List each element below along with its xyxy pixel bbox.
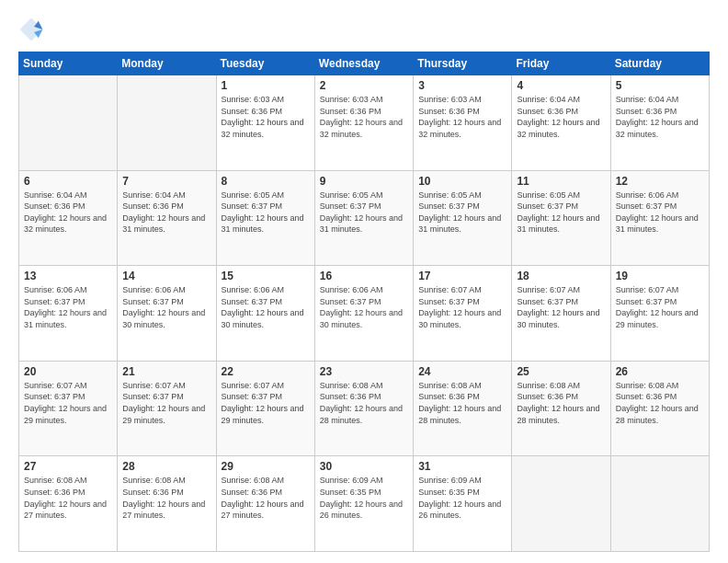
calendar-cell: 23Sunrise: 6:08 AM Sunset: 6:36 PM Dayli… [314,361,413,456]
day-number: 13 [24,270,112,282]
calendar-cell: 25Sunrise: 6:08 AM Sunset: 6:36 PM Dayli… [512,361,610,456]
svg-marker-0 [20,18,43,41]
calendar-cell: 19Sunrise: 6:07 AM Sunset: 6:37 PM Dayli… [610,266,709,362]
day-header-wednesday: Wednesday [314,52,413,75]
calendar-cell: 2Sunrise: 6:03 AM Sunset: 6:36 PM Daylig… [314,75,413,171]
day-number: 1 [222,79,310,92]
day-info: Sunrise: 6:04 AM Sunset: 6:36 PM Dayligh… [24,190,112,236]
calendar-cell: 10Sunrise: 6:05 AM Sunset: 6:37 PM Dayli… [414,170,512,266]
calendar-cell: 22Sunrise: 6:07 AM Sunset: 6:37 PM Dayli… [216,361,314,456]
day-number: 31 [418,460,506,473]
calendar-cell: 27Sunrise: 6:08 AM Sunset: 6:36 PM Dayli… [19,456,118,552]
day-info: Sunrise: 6:03 AM Sunset: 6:36 PM Dayligh… [222,94,310,140]
day-info: Sunrise: 6:05 AM Sunset: 6:37 PM Dayligh… [222,190,310,236]
calendar-cell: 6Sunrise: 6:04 AM Sunset: 6:36 PM Daylig… [19,170,118,266]
calendar-cell: 11Sunrise: 6:05 AM Sunset: 6:37 PM Dayli… [512,170,610,266]
calendar-cell: 4Sunrise: 6:04 AM Sunset: 6:36 PM Daylig… [512,75,610,171]
week-row-4: 27Sunrise: 6:08 AM Sunset: 6:36 PM Dayli… [19,456,710,552]
day-info: Sunrise: 6:08 AM Sunset: 6:36 PM Dayligh… [418,380,506,426]
day-info: Sunrise: 6:08 AM Sunset: 6:36 PM Dayligh… [24,475,112,521]
day-info: Sunrise: 6:07 AM Sunset: 6:37 PM Dayligh… [418,284,506,330]
day-info: Sunrise: 6:08 AM Sunset: 6:36 PM Dayligh… [616,380,704,426]
day-info: Sunrise: 6:06 AM Sunset: 6:37 PM Dayligh… [122,284,210,330]
calendar-cell: 13Sunrise: 6:06 AM Sunset: 6:37 PM Dayli… [19,266,118,362]
day-number: 12 [616,175,704,188]
calendar-cell [19,75,118,171]
day-header-monday: Monday [118,52,216,75]
day-number: 19 [616,270,704,282]
day-info: Sunrise: 6:04 AM Sunset: 6:36 PM Dayligh… [122,190,210,236]
day-info: Sunrise: 6:08 AM Sunset: 6:36 PM Dayligh… [222,475,310,521]
calendar-cell: 15Sunrise: 6:06 AM Sunset: 6:37 PM Dayli… [216,266,314,362]
calendar-cell: 8Sunrise: 6:05 AM Sunset: 6:37 PM Daylig… [216,170,314,266]
calendar-cell: 7Sunrise: 6:04 AM Sunset: 6:36 PM Daylig… [118,170,216,266]
day-header-saturday: Saturday [610,52,709,75]
calendar-cell [610,456,709,552]
calendar-cell: 17Sunrise: 6:07 AM Sunset: 6:37 PM Dayli… [414,266,512,362]
calendar-cell: 21Sunrise: 6:07 AM Sunset: 6:37 PM Dayli… [118,361,216,456]
day-info: Sunrise: 6:03 AM Sunset: 6:36 PM Dayligh… [320,94,408,140]
day-number: 5 [616,79,704,92]
calendar-cell: 28Sunrise: 6:08 AM Sunset: 6:36 PM Dayli… [118,456,216,552]
day-number: 25 [517,365,605,378]
day-info: Sunrise: 6:06 AM Sunset: 6:37 PM Dayligh… [616,190,704,236]
day-number: 30 [320,460,408,473]
week-row-2: 13Sunrise: 6:06 AM Sunset: 6:37 PM Dayli… [19,266,710,362]
day-info: Sunrise: 6:05 AM Sunset: 6:37 PM Dayligh… [320,190,408,236]
calendar-body: 1Sunrise: 6:03 AM Sunset: 6:36 PM Daylig… [19,75,710,552]
day-number: 21 [122,365,210,378]
day-number: 14 [122,270,210,282]
calendar-header: SundayMondayTuesdayWednesdayThursdayFrid… [19,52,710,75]
day-info: Sunrise: 6:07 AM Sunset: 6:37 PM Dayligh… [517,284,605,330]
day-info: Sunrise: 6:05 AM Sunset: 6:37 PM Dayligh… [418,190,506,236]
day-info: Sunrise: 6:06 AM Sunset: 6:37 PM Dayligh… [320,284,408,330]
day-info: Sunrise: 6:07 AM Sunset: 6:37 PM Dayligh… [122,380,210,426]
day-info: Sunrise: 6:04 AM Sunset: 6:36 PM Dayligh… [616,94,704,140]
day-number: 17 [418,270,506,282]
calendar-cell: 30Sunrise: 6:09 AM Sunset: 6:35 PM Dayli… [314,456,413,552]
logo [18,17,46,42]
day-number: 6 [24,175,112,188]
day-number: 20 [24,365,112,378]
calendar-cell: 12Sunrise: 6:06 AM Sunset: 6:37 PM Dayli… [610,170,709,266]
day-header-friday: Friday [512,52,610,75]
day-number: 18 [517,270,605,282]
day-header-tuesday: Tuesday [216,52,314,75]
calendar-cell: 29Sunrise: 6:08 AM Sunset: 6:36 PM Dayli… [216,456,314,552]
day-info: Sunrise: 6:07 AM Sunset: 6:37 PM Dayligh… [24,380,112,426]
calendar-cell: 20Sunrise: 6:07 AM Sunset: 6:37 PM Dayli… [19,361,118,456]
calendar-cell: 24Sunrise: 6:08 AM Sunset: 6:36 PM Dayli… [414,361,512,456]
day-number: 9 [320,175,408,188]
day-info: Sunrise: 6:05 AM Sunset: 6:37 PM Dayligh… [517,190,605,236]
page: SundayMondayTuesdayWednesdayThursdayFrid… [0,0,728,563]
day-number: 3 [418,79,506,92]
calendar-cell: 31Sunrise: 6:09 AM Sunset: 6:35 PM Dayli… [414,456,512,552]
calendar-cell: 3Sunrise: 6:03 AM Sunset: 6:36 PM Daylig… [414,75,512,171]
day-info: Sunrise: 6:09 AM Sunset: 6:35 PM Dayligh… [320,475,408,521]
day-info: Sunrise: 6:09 AM Sunset: 6:35 PM Dayligh… [418,475,506,521]
day-info: Sunrise: 6:07 AM Sunset: 6:37 PM Dayligh… [616,284,704,330]
day-info: Sunrise: 6:08 AM Sunset: 6:36 PM Dayligh… [320,380,408,426]
day-number: 8 [222,175,310,188]
day-info: Sunrise: 6:08 AM Sunset: 6:36 PM Dayligh… [122,475,210,521]
day-number: 26 [616,365,704,378]
day-number: 4 [517,79,605,92]
calendar-table: SundayMondayTuesdayWednesdayThursdayFrid… [18,52,710,552]
calendar-cell: 5Sunrise: 6:04 AM Sunset: 6:36 PM Daylig… [610,75,709,171]
calendar-cell: 26Sunrise: 6:08 AM Sunset: 6:36 PM Dayli… [610,361,709,456]
calendar-cell: 18Sunrise: 6:07 AM Sunset: 6:37 PM Dayli… [512,266,610,362]
header-row: SundayMondayTuesdayWednesdayThursdayFrid… [19,52,710,75]
day-number: 23 [320,365,408,378]
week-row-1: 6Sunrise: 6:04 AM Sunset: 6:36 PM Daylig… [19,170,710,266]
day-number: 22 [222,365,310,378]
calendar-cell: 1Sunrise: 6:03 AM Sunset: 6:36 PM Daylig… [216,75,314,171]
header [18,17,710,42]
day-number: 24 [418,365,506,378]
day-info: Sunrise: 6:07 AM Sunset: 6:37 PM Dayligh… [222,380,310,426]
calendar-cell: 14Sunrise: 6:06 AM Sunset: 6:37 PM Dayli… [118,266,216,362]
calendar-cell: 16Sunrise: 6:06 AM Sunset: 6:37 PM Dayli… [314,266,413,362]
day-number: 29 [222,460,310,473]
day-number: 28 [122,460,210,473]
calendar-cell [512,456,610,552]
day-number: 11 [517,175,605,188]
